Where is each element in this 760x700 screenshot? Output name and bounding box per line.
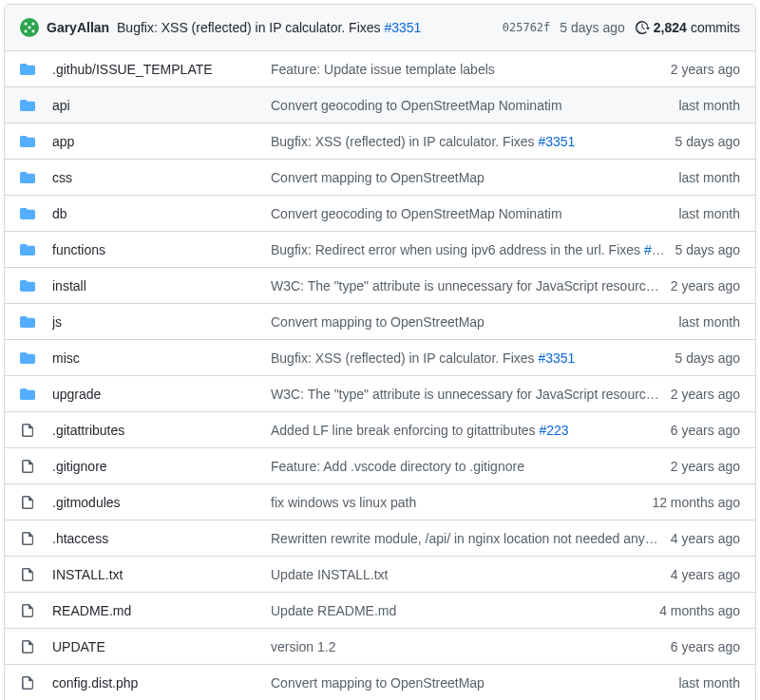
commit-message[interactable]: Bugfix: XSS (reflected) in IP calculator… bbox=[117, 20, 421, 35]
file-row[interactable]: installW3C: The "type" attribute is unne… bbox=[5, 268, 755, 304]
svg-rect-0 bbox=[25, 23, 28, 26]
file-name-cell: upgrade bbox=[52, 387, 271, 402]
commit-message-cell[interactable]: W3C: The "type" attribute is unnecessary… bbox=[271, 387, 671, 402]
file-icon bbox=[20, 495, 39, 510]
commit-date-cell: last month bbox=[678, 170, 740, 185]
commit-message-cell[interactable]: fix windows vs linux path bbox=[271, 495, 652, 510]
commit-message-cell[interactable]: Update README.md bbox=[271, 603, 659, 618]
commit-message-cell[interactable]: Feature: Update issue template labels bbox=[271, 62, 671, 77]
commit-issue-link[interactable]: #3351 bbox=[384, 20, 421, 35]
file-name-cell: css bbox=[52, 170, 271, 185]
issue-link[interactable]: #3350 bbox=[644, 242, 675, 257]
commit-date-cell: 6 years ago bbox=[671, 639, 740, 654]
file-row[interactable]: config.dist.phpConvert mapping to OpenSt… bbox=[5, 665, 755, 700]
commit-hash[interactable]: 025762f bbox=[503, 21, 551, 34]
file-name-link[interactable]: misc bbox=[52, 350, 80, 366]
file-row[interactable]: jsConvert mapping to OpenStreetMaplast m… bbox=[5, 304, 755, 340]
commit-message-cell[interactable]: Convert mapping to OpenStreetMap bbox=[271, 314, 678, 330]
folder-icon bbox=[20, 350, 39, 366]
svg-rect-2 bbox=[28, 27, 31, 29]
file-name-link[interactable]: css bbox=[52, 170, 72, 185]
commit-message-cell[interactable]: Convert mapping to OpenStreetMap bbox=[271, 675, 678, 691]
issue-link[interactable]: #3351 bbox=[538, 134, 575, 149]
file-name-link[interactable]: upgrade bbox=[52, 387, 101, 402]
author-link[interactable]: GaryAllan bbox=[47, 20, 109, 35]
file-row[interactable]: UPDATEversion 1.26 years ago bbox=[5, 629, 755, 665]
file-icon bbox=[20, 459, 39, 474]
commit-message-cell[interactable]: Convert mapping to OpenStreetMap bbox=[271, 170, 678, 185]
commit-message-cell[interactable]: Rewritten rewrite module, /api/ in nginx… bbox=[271, 531, 671, 546]
commit-message-cell[interactable]: Bugfix: Redirect error when using ipv6 a… bbox=[271, 242, 675, 257]
file-name-link[interactable]: README.md bbox=[52, 603, 131, 618]
file-name-link[interactable]: .gitattributes bbox=[52, 423, 124, 438]
file-name-link[interactable]: install bbox=[52, 278, 86, 293]
commit-date-cell: 2 years ago bbox=[671, 387, 740, 402]
folder-icon bbox=[20, 206, 39, 221]
file-row[interactable]: appBugfix: XSS (reflected) in IP calcula… bbox=[5, 123, 755, 160]
file-name-link[interactable]: INSTALL.txt bbox=[52, 567, 123, 582]
file-icon bbox=[20, 639, 39, 654]
commit-message-cell[interactable]: Feature: Add .vscode directory to .gitig… bbox=[271, 459, 671, 474]
file-row[interactable]: .gitattributesAdded LF line break enforc… bbox=[5, 412, 755, 448]
file-row[interactable]: .gitignoreFeature: Add .vscode directory… bbox=[5, 448, 755, 484]
commit-date-cell: last month bbox=[678, 675, 740, 691]
file-row[interactable]: README.mdUpdate README.md4 months ago bbox=[5, 593, 755, 629]
folder-icon bbox=[20, 170, 39, 185]
latest-commit-summary: GaryAllan Bugfix: XSS (reflected) in IP … bbox=[47, 20, 487, 35]
file-name-link[interactable]: .gitignore bbox=[52, 459, 107, 474]
folder-icon bbox=[20, 62, 39, 77]
avatar[interactable] bbox=[20, 18, 39, 37]
folder-icon bbox=[20, 314, 39, 330]
folder-icon bbox=[20, 387, 39, 402]
file-row[interactable]: .github/ISSUE_TEMPLATEFeature: Update is… bbox=[5, 51, 755, 87]
file-name-cell: .gitattributes bbox=[52, 423, 271, 438]
commit-meta: 025762f 5 days ago 2,824 commits bbox=[503, 20, 740, 35]
svg-rect-4 bbox=[32, 30, 35, 33]
commit-date-cell: 2 years ago bbox=[671, 459, 740, 474]
commit-message-cell[interactable]: Convert geocoding to OpenStreetMap Nomin… bbox=[271, 206, 678, 221]
file-name-link[interactable]: UPDATE bbox=[52, 639, 105, 654]
commit-message-cell[interactable]: W3C: The "type" attribute is unnecessary… bbox=[271, 278, 671, 293]
issue-link[interactable]: #3351 bbox=[538, 350, 575, 366]
file-name-link[interactable]: api bbox=[52, 98, 70, 113]
file-name-link[interactable]: .github/ISSUE_TEMPLATE bbox=[52, 62, 213, 77]
file-row[interactable]: upgradeW3C: The "type" attribute is unne… bbox=[5, 376, 755, 412]
file-name-link[interactable]: functions bbox=[52, 242, 105, 257]
file-row[interactable]: apiConvert geocoding to OpenStreetMap No… bbox=[5, 87, 755, 123]
history-icon bbox=[635, 20, 650, 35]
file-name-cell: db bbox=[52, 206, 271, 221]
file-name-link[interactable]: js bbox=[52, 314, 62, 330]
commit-message-cell[interactable]: version 1.2 bbox=[271, 639, 671, 654]
commit-message-cell[interactable]: Update INSTALL.txt bbox=[271, 567, 671, 582]
commit-message-cell[interactable]: Bugfix: XSS (reflected) in IP calculator… bbox=[271, 350, 675, 366]
file-row[interactable]: dbConvert geocoding to OpenStreetMap Nom… bbox=[5, 196, 755, 232]
file-name-link[interactable]: .htaccess bbox=[52, 531, 108, 546]
file-row[interactable]: .htaccessRewritten rewrite module, /api/… bbox=[5, 520, 755, 557]
commit-date-cell: 2 years ago bbox=[671, 278, 740, 293]
file-name-link[interactable]: config.dist.php bbox=[52, 675, 138, 691]
commit-date-cell: 4 years ago bbox=[671, 567, 740, 582]
file-listing: GaryAllan Bugfix: XSS (reflected) in IP … bbox=[4, 4, 756, 700]
file-row[interactable]: miscBugfix: XSS (reflected) in IP calcul… bbox=[5, 340, 755, 376]
commits-history-link[interactable]: 2,824 commits bbox=[635, 20, 740, 35]
folder-icon bbox=[20, 278, 39, 293]
commit-date: 5 days ago bbox=[560, 20, 625, 35]
file-name-cell: install bbox=[52, 278, 271, 293]
file-row[interactable]: INSTALL.txtUpdate INSTALL.txt4 years ago bbox=[5, 557, 755, 593]
commit-date-cell: 4 months ago bbox=[659, 603, 740, 618]
commit-date-cell: last month bbox=[678, 98, 740, 113]
file-row[interactable]: cssConvert mapping to OpenStreetMaplast … bbox=[5, 160, 755, 196]
file-row[interactable]: .gitmodulesfix windows vs linux path12 m… bbox=[5, 484, 755, 520]
commit-message-cell[interactable]: Added LF line break enforcing to gitattr… bbox=[271, 423, 671, 438]
file-name-link[interactable]: .gitmodules bbox=[52, 495, 121, 510]
file-name-link[interactable]: db bbox=[52, 206, 67, 221]
file-name-link[interactable]: app bbox=[52, 134, 74, 149]
commit-message-cell[interactable]: Bugfix: XSS (reflected) in IP calculator… bbox=[271, 134, 675, 149]
identicon-icon bbox=[23, 21, 36, 34]
commit-message-cell[interactable]: Convert geocoding to OpenStreetMap Nomin… bbox=[271, 98, 678, 113]
commit-date-cell: last month bbox=[678, 206, 740, 221]
commit-date-cell: last month bbox=[678, 314, 740, 330]
file-row[interactable]: functionsBugfix: Redirect error when usi… bbox=[5, 232, 755, 268]
folder-icon bbox=[20, 98, 39, 113]
issue-link[interactable]: #223 bbox=[540, 423, 569, 438]
